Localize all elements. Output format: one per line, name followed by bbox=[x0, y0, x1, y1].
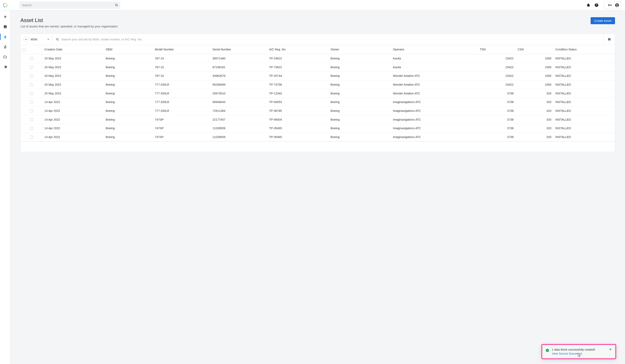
cell-reg-no: TP-25744 bbox=[267, 72, 329, 80]
cell-reg-no: TP-35465 bbox=[267, 133, 329, 141]
row-checkbox[interactable] bbox=[30, 66, 33, 69]
table-row[interactable]: 14 Apr 2022Boeing747SP22177457TP-99004Bo… bbox=[21, 115, 615, 124]
toast-highlight-frame: 1 data block successfully created! View … bbox=[541, 344, 616, 359]
table-row[interactable]: 14 Apr 2022Boeing777-200LR90646043TP-000… bbox=[21, 98, 615, 107]
cell-reg-no: TP-12343 bbox=[267, 89, 329, 98]
cell-reg-no: TP-00053 bbox=[267, 98, 329, 107]
cell-owner: Boeing bbox=[329, 133, 391, 141]
cell-serial-number: 95258499 bbox=[211, 80, 267, 89]
table-row[interactable]: 20 May 2022Boeing777-200LR95258499TP-737… bbox=[21, 80, 615, 89]
svg-rect-10 bbox=[5, 26, 5, 28]
search-icon bbox=[56, 38, 59, 41]
row-checkbox[interactable] bbox=[30, 109, 33, 112]
cell-model-number: 777-200LR bbox=[153, 98, 211, 107]
sidebar-item-add[interactable] bbox=[0, 13, 10, 21]
row-checkbox[interactable] bbox=[30, 136, 33, 139]
cell-condition: INSTALLED bbox=[553, 72, 615, 80]
cell-csn: 320 bbox=[516, 89, 553, 98]
column-settings-button[interactable] bbox=[604, 34, 615, 45]
cell-operator: Wonder Aviation ATC bbox=[391, 89, 478, 98]
cell-serial-number: 11028509 bbox=[211, 124, 267, 133]
table-row[interactable]: 20 May 2022Boeing787-1033962879TP-25744B… bbox=[21, 72, 615, 80]
cell-oem: Boeing bbox=[104, 106, 153, 115]
cell-reg-no: TP-24622 bbox=[267, 54, 329, 63]
svg-point-3 bbox=[596, 6, 596, 6]
col-model-number[interactable]: Model Number bbox=[153, 45, 211, 54]
cell-reg-no: TP-73756 bbox=[267, 80, 329, 89]
sidebar-item-dashboard[interactable] bbox=[0, 23, 10, 31]
row-checkbox[interactable] bbox=[30, 92, 33, 95]
sidebar-item-settings[interactable] bbox=[0, 63, 10, 71]
row-checkbox[interactable] bbox=[30, 127, 33, 130]
cell-model-number: 787-10 bbox=[153, 54, 211, 63]
global-search[interactable] bbox=[19, 1, 120, 9]
select-all-checkbox[interactable] bbox=[23, 48, 26, 51]
toast-message: 1 data block successfully created! bbox=[552, 348, 607, 351]
create-asset-button[interactable]: Create Asset bbox=[591, 17, 615, 24]
sidebar-item-transfers[interactable] bbox=[0, 43, 10, 51]
cell-reg-no: TP-99004 bbox=[267, 115, 329, 124]
cell-model-number: 747SP bbox=[153, 124, 211, 133]
col-operator[interactable]: Operator bbox=[391, 45, 478, 54]
cell-csn: 320 bbox=[516, 115, 553, 124]
table-row[interactable]: 20 May 2022Boeing787-1030071480TP-24622B… bbox=[21, 54, 615, 63]
table-search[interactable] bbox=[52, 34, 604, 45]
cell-serial-number: 90646043 bbox=[211, 98, 267, 107]
col-tsn[interactable]: TSN bbox=[478, 45, 516, 54]
cell-owner: Boeing bbox=[329, 115, 391, 124]
cell-creation-date: 20 May 2022 bbox=[42, 54, 104, 63]
columns-icon bbox=[608, 38, 611, 41]
row-checkbox-cell bbox=[21, 72, 42, 80]
cell-tsn: 23422 bbox=[478, 72, 516, 80]
col-reg-no[interactable]: A/C Reg. No. bbox=[267, 45, 329, 54]
notifications-button[interactable] bbox=[585, 2, 592, 9]
bell-icon bbox=[586, 3, 590, 7]
cell-serial-number: 22177457 bbox=[211, 115, 267, 124]
cell-creation-date: 14 Apr 2022 bbox=[42, 124, 104, 133]
filter-type-select[interactable]: MSN ▼ bbox=[21, 34, 52, 45]
col-oem[interactable]: OEM bbox=[104, 45, 153, 54]
row-checkbox[interactable] bbox=[30, 83, 33, 86]
global-search-input[interactable] bbox=[22, 3, 115, 7]
cell-operator: Kavita bbox=[391, 63, 478, 72]
col-owner[interactable]: Owner bbox=[329, 45, 391, 54]
cell-serial-number: 30071480 bbox=[211, 54, 267, 63]
cell-tsn: 3738 bbox=[478, 115, 516, 124]
table-row[interactable]: 20 May 2022Boeing787-1087238181TP-73622B… bbox=[21, 63, 615, 72]
toast-link[interactable]: View Source Document bbox=[552, 352, 582, 355]
help-button[interactable] bbox=[593, 2, 600, 9]
col-creation-date[interactable]: Creation Date bbox=[42, 45, 104, 54]
success-toast: 1 data block successfully created! View … bbox=[543, 345, 615, 358]
swap-icon bbox=[3, 45, 7, 49]
table-row[interactable]: 20 May 2022Boeing777-200LR20673510TP-123… bbox=[21, 89, 615, 98]
row-checkbox[interactable] bbox=[30, 101, 33, 104]
col-serial-number[interactable]: Serial Number bbox=[211, 45, 267, 54]
toast-close-button[interactable] bbox=[609, 348, 612, 351]
table-row[interactable]: 14 Apr 2022Boeing747SP11028509TP-35465Bo… bbox=[21, 124, 615, 133]
svg-rect-16 bbox=[610, 38, 610, 40]
sidebar-item-assets[interactable] bbox=[0, 33, 10, 41]
cell-tsn: 23422 bbox=[478, 63, 516, 72]
cell-condition: INSTALLED bbox=[553, 115, 615, 124]
table-row[interactable]: 14 Apr 2022Boeing777-200LR72911364TP-367… bbox=[21, 106, 615, 115]
user-menu[interactable]: BA bbox=[604, 1, 621, 9]
col-condition[interactable]: Condition Status bbox=[553, 45, 615, 54]
table-search-input[interactable] bbox=[62, 38, 600, 41]
col-csn[interactable]: CSN bbox=[516, 45, 553, 54]
svg-point-12 bbox=[56, 38, 58, 40]
sidebar-item-folders[interactable] bbox=[0, 53, 10, 61]
check-circle-icon bbox=[546, 349, 549, 352]
cell-tsn: 3738 bbox=[478, 106, 516, 115]
gear-icon bbox=[3, 65, 7, 69]
cell-oem: Boeing bbox=[104, 115, 153, 124]
plus-icon bbox=[3, 15, 7, 19]
row-checkbox[interactable] bbox=[30, 75, 33, 78]
svg-rect-15 bbox=[609, 38, 610, 40]
search-icon bbox=[115, 3, 118, 7]
cell-operator: Imaginavigations ATC bbox=[391, 106, 478, 115]
table-row[interactable]: 14 Apr 2022Boeing747SP11028509TP-35465Bo… bbox=[21, 133, 615, 141]
row-checkbox[interactable] bbox=[30, 57, 33, 60]
row-checkbox[interactable] bbox=[30, 118, 33, 121]
cell-tsn: 3738 bbox=[478, 124, 516, 133]
app-logo[interactable] bbox=[0, 0, 10, 10]
